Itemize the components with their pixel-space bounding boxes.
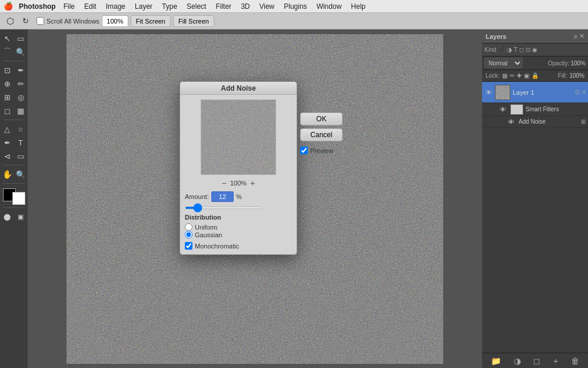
- gaussian-row: Gaussian: [185, 231, 292, 238]
- zoom-out-button[interactable]: −: [222, 178, 227, 188]
- distribution-section: Distribution Uniform Gaussian: [185, 214, 292, 238]
- eraser-tool[interactable]: ◻: [1, 104, 14, 117]
- shape-tool[interactable]: ▭: [14, 150, 27, 163]
- screen-mode-tool[interactable]: ▣: [14, 210, 27, 223]
- lock-all-icon[interactable]: 🔒: [531, 72, 539, 79]
- blur-tool[interactable]: △: [1, 122, 14, 135]
- layer-1-eye-icon[interactable]: 👁: [484, 89, 493, 96]
- lasso-tool[interactable]: ⌒: [1, 45, 14, 58]
- text-tool[interactable]: T: [14, 136, 27, 149]
- new-layer-button[interactable]: +: [553, 356, 558, 366]
- lock-label: Lock:: [486, 72, 500, 79]
- layer-item-1[interactable]: 👁 Layer 1 ⊡ ≡: [482, 82, 588, 103]
- zoom-row: − 100% +: [185, 178, 292, 188]
- amount-input[interactable]: [211, 191, 234, 202]
- menu-plugins[interactable]: Plugins: [280, 1, 311, 12]
- add-noise-mask-icon[interactable]: ⊞: [581, 118, 586, 125]
- cancel-button[interactable]: Cancel: [300, 128, 343, 141]
- panel-header: Layers ≡ ✕: [482, 29, 588, 44]
- marquee-tool[interactable]: ▭: [14, 32, 27, 45]
- add-noise-eye-icon[interactable]: 👁: [508, 118, 516, 125]
- menu-help[interactable]: Help: [347, 1, 370, 12]
- gradient-tool[interactable]: ▦: [14, 104, 27, 117]
- monochromatic-label: Monochromatic: [195, 243, 239, 250]
- filter-type-icon[interactable]: T: [514, 47, 517, 53]
- menu-layer[interactable]: Layer: [131, 1, 157, 12]
- menu-filter[interactable]: Filter: [211, 1, 235, 12]
- history-tool[interactable]: ◎: [14, 91, 27, 104]
- layers-search-row: Kind ⬛ ◑ T ◻ ⊡ ◉: [482, 44, 588, 57]
- add-mask-button[interactable]: ◻: [533, 356, 540, 366]
- dodge-tool[interactable]: ○: [14, 122, 27, 135]
- hand-tool[interactable]: ✋: [1, 168, 14, 181]
- uniform-label: Uniform: [195, 224, 218, 231]
- canvas-area: Add Noise − 100% + Amount:: [28, 29, 482, 368]
- lock-position-icon[interactable]: ✚: [517, 72, 521, 79]
- background-color[interactable]: [12, 192, 25, 205]
- lock-pixel-icon[interactable]: ✏: [510, 72, 514, 79]
- fill-screen-button[interactable]: Fill Screen: [173, 15, 214, 27]
- blend-mode-select[interactable]: Normal: [484, 58, 523, 68]
- lock-artboard-icon[interactable]: ▣: [524, 72, 529, 79]
- brush-tool[interactable]: ✏: [14, 77, 27, 90]
- quick-mask-tool[interactable]: ⬤: [1, 210, 14, 223]
- preview-checkbox[interactable]: [300, 147, 308, 154]
- select-tool[interactable]: 🔍: [14, 45, 27, 58]
- zoom-in-button[interactable]: +: [250, 178, 255, 188]
- fit-screen-button[interactable]: Fit Screen: [131, 15, 171, 27]
- filter-pixel-icon[interactable]: ⬛: [498, 47, 505, 53]
- path-tool[interactable]: ⊲: [1, 150, 14, 163]
- toolbar-rotate-icon[interactable]: ↻: [19, 15, 32, 28]
- add-noise-layer-row[interactable]: 👁 Add Noise ⊞: [482, 116, 588, 128]
- dialog-title: Add Noise: [221, 84, 255, 92]
- dialog-titlebar: Add Noise: [180, 82, 297, 95]
- fill-value: 100%: [569, 72, 584, 79]
- move-tool[interactable]: ↖: [1, 32, 14, 45]
- new-group-button[interactable]: 📁: [491, 356, 501, 366]
- amount-row: Amount: %: [185, 191, 292, 202]
- amount-slider[interactable]: [185, 207, 261, 209]
- dialog-body: − 100% + Amount: % Distribution: [180, 95, 297, 254]
- delete-layer-button[interactable]: 🗑: [571, 356, 579, 366]
- distribution-label: Distribution: [185, 214, 292, 221]
- smart-filters-eye-icon[interactable]: 👁: [500, 106, 508, 113]
- menu-edit[interactable]: Edit: [80, 1, 101, 12]
- gaussian-radio[interactable]: [185, 231, 192, 238]
- ok-button[interactable]: OK: [300, 112, 343, 125]
- filter-adjust-icon[interactable]: ◑: [507, 47, 512, 53]
- pen-tool[interactable]: ✒: [1, 136, 14, 149]
- menu-file[interactable]: File: [59, 1, 79, 12]
- new-adjustment-button[interactable]: ◑: [514, 356, 521, 366]
- eyedropper-tool[interactable]: ✒: [14, 64, 27, 77]
- layers-panel: Layers ≡ ✕ Kind ⬛ ◑ T ◻ ⊡ ◉: [482, 29, 588, 368]
- stamp-tool[interactable]: ⊞: [1, 91, 14, 104]
- lock-transparent-icon[interactable]: ▦: [502, 72, 507, 79]
- menu-view[interactable]: View: [255, 1, 278, 12]
- crop-tool[interactable]: ⊡: [1, 64, 14, 77]
- panel-close-icon[interactable]: ✕: [579, 32, 584, 40]
- menu-type[interactable]: Type: [158, 1, 181, 12]
- toolbox: ↖ ▭ ⌒ 🔍 ⊡ ✒ ⊕ ✏ ⊞ ◎ ◻ ▦ △ ○ ✒: [0, 29, 28, 368]
- monochromatic-checkbox[interactable]: [185, 242, 192, 250]
- toolbar-tool-icon[interactable]: ⬡: [4, 15, 16, 28]
- scroll-all-checkbox[interactable]: [36, 17, 44, 25]
- layer-1-menu-icon[interactable]: ≡: [582, 89, 586, 95]
- menu-3d[interactable]: 3D: [237, 1, 254, 12]
- filter-on-icon[interactable]: ◉: [532, 47, 537, 53]
- menu-image[interactable]: Image: [102, 1, 129, 12]
- filter-shape-icon[interactable]: ◻: [519, 47, 524, 53]
- menu-select[interactable]: Select: [182, 1, 210, 12]
- filter-smart-icon[interactable]: ⊡: [526, 47, 530, 53]
- monochromatic-row: Monochromatic: [185, 242, 292, 250]
- uniform-row: Uniform: [185, 223, 292, 231]
- uniform-radio[interactable]: [185, 223, 192, 231]
- panel-menu-icon[interactable]: ≡: [574, 33, 577, 40]
- zoom-input[interactable]: [102, 15, 128, 27]
- layer-1-smart-icon[interactable]: ⊡: [575, 89, 580, 95]
- color-swatch[interactable]: [3, 188, 25, 205]
- smart-filters-row[interactable]: 👁 Smart Filters: [482, 103, 588, 116]
- zoom-tool[interactable]: 🔍: [14, 168, 27, 181]
- dialog-buttons: OK Cancel Preview: [300, 112, 344, 154]
- heal-tool[interactable]: ⊕: [1, 77, 14, 90]
- menu-window[interactable]: Window: [313, 1, 346, 12]
